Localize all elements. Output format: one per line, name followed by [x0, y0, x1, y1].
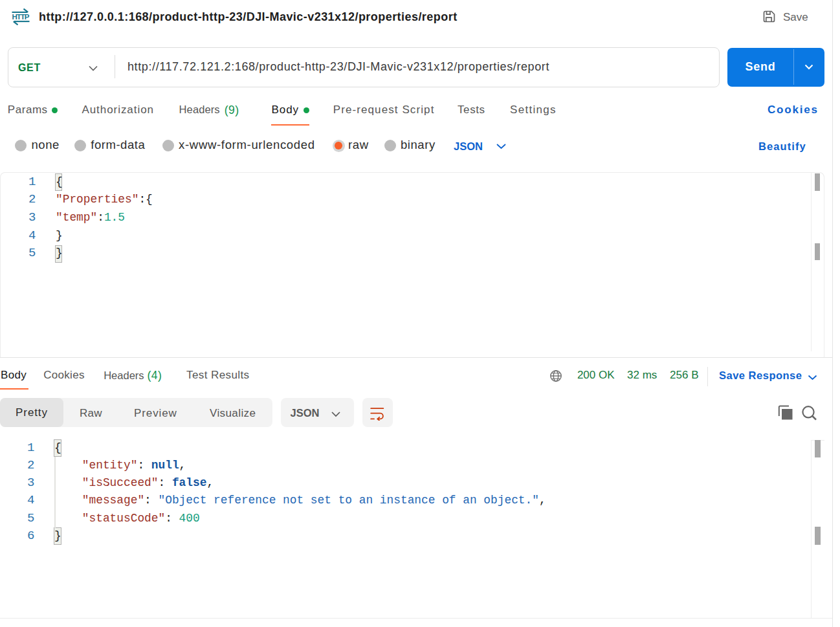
svg-text:HTTP: HTTP — [12, 13, 30, 21]
